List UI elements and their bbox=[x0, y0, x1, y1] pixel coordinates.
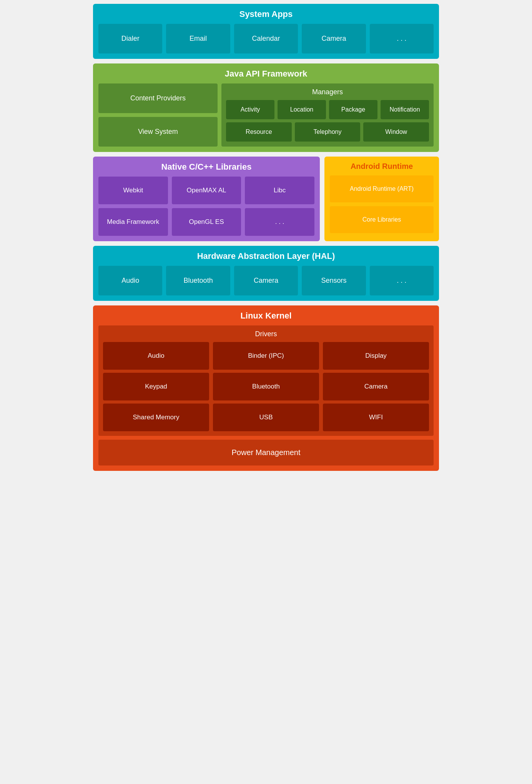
list-item: . . . bbox=[370, 266, 434, 295]
power-management: Power Management bbox=[98, 440, 434, 465]
list-item: Package bbox=[329, 100, 377, 119]
list-item: Notification bbox=[381, 100, 429, 119]
native-libs-title: Native C/C++ Libraries bbox=[98, 162, 314, 172]
native-libs-row-2: Media Framework OpenGL ES . . . bbox=[98, 208, 314, 236]
list-item: Webkit bbox=[98, 177, 168, 204]
list-item: Calendar bbox=[234, 24, 298, 53]
list-item: Content Providers bbox=[98, 83, 218, 113]
managers-title: Managers bbox=[226, 88, 429, 96]
list-item: View System bbox=[98, 117, 218, 147]
android-runtime-title: Android Runtime bbox=[330, 162, 434, 171]
drivers-row-2: Keypad Bluetooth Camera bbox=[103, 373, 429, 400]
list-item: Sensors bbox=[302, 266, 366, 295]
list-item: Audio bbox=[98, 266, 162, 295]
list-item: Window bbox=[363, 122, 429, 142]
native-libs-layer: Native C/C++ Libraries Webkit OpenMAX AL… bbox=[93, 157, 320, 241]
list-item: Display bbox=[323, 342, 429, 370]
managers-row-2: Resource Telephony Window bbox=[226, 122, 429, 142]
linux-kernel-title: Linux Kernel bbox=[98, 311, 434, 321]
list-item: . . . bbox=[245, 208, 314, 236]
list-item: Binder (IPC) bbox=[213, 342, 319, 370]
system-apps-items: Dialer Email Calendar Camera . . . bbox=[98, 24, 434, 53]
drivers-box: Drivers Audio Binder (IPC) Display Keypa… bbox=[98, 325, 434, 436]
list-item: Dialer bbox=[98, 24, 162, 53]
native-libs-grid: Webkit OpenMAX AL Libc Media Framework O… bbox=[98, 177, 314, 236]
hal-title: Hardware Abstraction Layer (HAL) bbox=[98, 251, 434, 261]
hal-items: Audio Bluetooth Camera Sensors . . . bbox=[98, 266, 434, 295]
list-item: Media Framework bbox=[98, 208, 168, 236]
drivers-row-3: Shared Memory USB WIFI bbox=[103, 404, 429, 431]
managers-grid: Activity Location Package Notification R… bbox=[226, 100, 429, 142]
list-item: Bluetooth bbox=[213, 373, 319, 400]
hal-layer: Hardware Abstraction Layer (HAL) Audio B… bbox=[93, 246, 439, 301]
java-framework-content: Content Providers View System Managers A… bbox=[98, 83, 434, 147]
middle-row: Native C/C++ Libraries Webkit OpenMAX AL… bbox=[93, 157, 439, 241]
java-framework-title: Java API Framework bbox=[98, 69, 434, 79]
list-item: OpenGL ES bbox=[172, 208, 241, 236]
android-runtime-items: Android Runtime (ART) Core Libraries bbox=[330, 175, 434, 233]
list-item: Keypad bbox=[103, 373, 209, 400]
list-item: Resource bbox=[226, 122, 292, 142]
drivers-row-1: Audio Binder (IPC) Display bbox=[103, 342, 429, 370]
list-item: Bluetooth bbox=[166, 266, 230, 295]
list-item: Libc bbox=[245, 177, 314, 204]
list-item: USB bbox=[213, 404, 319, 431]
system-apps-title: System Apps bbox=[98, 9, 434, 19]
drivers-title: Drivers bbox=[103, 330, 429, 338]
list-item: Camera bbox=[302, 24, 366, 53]
list-item: Core Libraries bbox=[330, 206, 434, 233]
list-item: Camera bbox=[234, 266, 298, 295]
linux-kernel-layer: Linux Kernel Drivers Audio Binder (IPC) … bbox=[93, 305, 439, 471]
list-item: WIFI bbox=[323, 404, 429, 431]
native-libs-row-1: Webkit OpenMAX AL Libc bbox=[98, 177, 314, 204]
list-item: Location bbox=[278, 100, 326, 119]
system-apps-layer: System Apps Dialer Email Calendar Camera… bbox=[93, 4, 439, 59]
list-item: Email bbox=[166, 24, 230, 53]
android-runtime-layer: Android Runtime Android Runtime (ART) Co… bbox=[324, 157, 439, 241]
list-item: Camera bbox=[323, 373, 429, 400]
list-item: Telephony bbox=[295, 122, 361, 142]
java-framework-layer: Java API Framework Content Providers Vie… bbox=[93, 63, 439, 152]
list-item: Shared Memory bbox=[103, 404, 209, 431]
java-framework-left: Content Providers View System bbox=[98, 83, 218, 147]
list-item: OpenMAX AL bbox=[172, 177, 241, 204]
list-item: Android Runtime (ART) bbox=[330, 175, 434, 202]
managers-box: Managers Activity Location Package Notif… bbox=[221, 83, 434, 147]
list-item: Audio bbox=[103, 342, 209, 370]
drivers-grid: Audio Binder (IPC) Display Keypad Blueto… bbox=[103, 342, 429, 431]
list-item: . . . bbox=[370, 24, 434, 53]
managers-row-1: Activity Location Package Notification bbox=[226, 100, 429, 119]
list-item: Activity bbox=[226, 100, 274, 119]
android-architecture-diagram: System Apps Dialer Email Calendar Camera… bbox=[93, 4, 439, 471]
